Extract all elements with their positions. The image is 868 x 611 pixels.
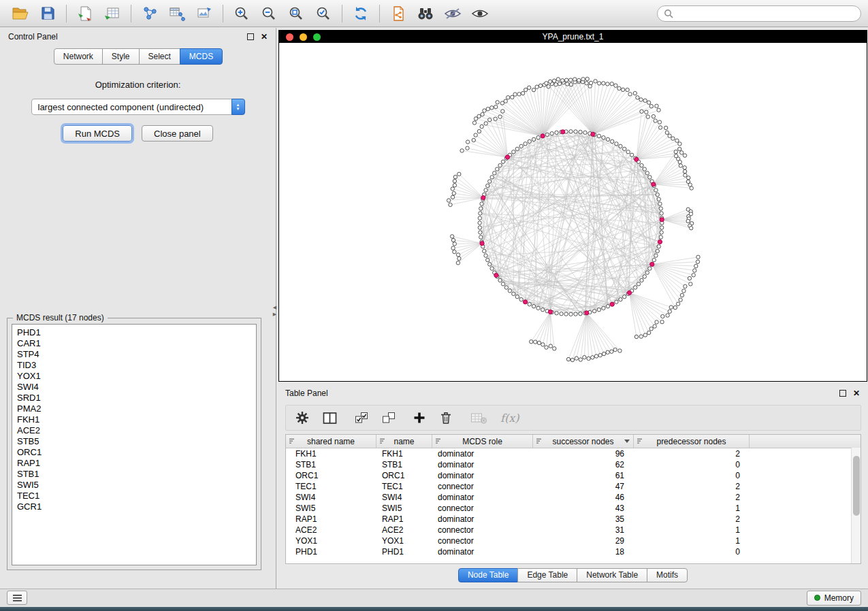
float-panel-icon[interactable] — [247, 33, 254, 40]
table-row[interactable]: SWI5SWI5connector431 — [286, 503, 861, 514]
network-title-bar[interactable]: YPA_prune.txt_1 — [279, 31, 867, 43]
delete-table-button-disabled — [470, 412, 487, 424]
table-scrollbar[interactable] — [851, 448, 861, 563]
minimize-window-button[interactable] — [300, 33, 307, 41]
eye-slash-icon — [444, 7, 462, 20]
plus-icon — [413, 412, 425, 424]
tab-network-table[interactable]: Network Table — [577, 568, 647, 582]
table-cell: 1 — [634, 536, 750, 546]
tab-motifs[interactable]: Motifs — [647, 568, 688, 582]
table-cell: 47 — [533, 482, 634, 491]
search-network-button[interactable] — [412, 3, 439, 24]
new-network-button[interactable] — [136, 3, 163, 24]
create-column-button[interactable] — [413, 412, 425, 424]
delete-column-button[interactable] — [439, 411, 453, 425]
mcds-result-item[interactable]: ORC1 — [12, 447, 256, 458]
table-settings-button[interactable] — [295, 411, 309, 425]
refresh-icon — [353, 5, 369, 22]
zoom-in-button[interactable] — [228, 3, 255, 24]
column-header-mcds-role[interactable]: MCDS role — [432, 435, 533, 448]
column-header-successor-nodes[interactable]: successor nodes — [533, 435, 634, 448]
mcds-result-item[interactable]: PHD1 — [12, 327, 256, 338]
table-row[interactable]: PHD1PHD1dominator180 — [286, 546, 861, 557]
optimization-criterion-select[interactable]: largest connected component (undirected)… — [31, 99, 245, 115]
table-row[interactable]: STB1STB1dominator620 — [286, 459, 861, 470]
network-canvas[interactable] — [279, 43, 867, 381]
sort-icon — [637, 438, 644, 444]
zoom-out-button[interactable] — [255, 3, 283, 24]
mcds-result-item[interactable]: YOX1 — [12, 371, 256, 382]
export-image-button[interactable] — [191, 3, 218, 24]
table-row[interactable]: TEC1TEC1connector472 — [286, 481, 861, 492]
zoom-selected-button[interactable] — [310, 3, 337, 24]
mcds-result-item[interactable]: CAR1 — [12, 338, 256, 349]
table-toolbar: f(x) — [285, 405, 861, 431]
tab-mcds[interactable]: MCDS — [180, 48, 223, 65]
show-columns-button[interactable] — [323, 412, 337, 425]
search-box[interactable] — [657, 5, 861, 22]
table-row[interactable]: FKH1FKH1dominator962 — [286, 448, 861, 459]
mcds-result-item[interactable]: SRD1 — [12, 393, 256, 403]
save-session-button[interactable] — [34, 3, 61, 24]
refresh-button[interactable] — [347, 3, 374, 24]
table-row[interactable]: ACE2ACE2connector311 — [286, 525, 861, 535]
hide-selection-button[interactable] — [439, 3, 466, 24]
function-builder-button[interactable]: f(x) — [500, 412, 519, 425]
search-input[interactable] — [677, 8, 854, 19]
memory-button[interactable]: Memory — [807, 591, 861, 606]
network-from-table-button[interactable] — [163, 3, 191, 24]
run-mcds-button[interactable]: Run MCDS — [63, 125, 132, 142]
mcds-result-item[interactable]: FKH1 — [12, 414, 256, 425]
mcds-result-item[interactable]: TID3 — [12, 360, 256, 371]
column-header-shared-name[interactable]: shared name — [286, 435, 376, 448]
mcds-result-item[interactable]: RAP1 — [12, 458, 256, 469]
mcds-result-item[interactable]: ACE2 — [12, 425, 256, 436]
table-row[interactable]: YOX1YOX1connector291 — [286, 535, 861, 546]
table-cell: 1 — [634, 503, 750, 513]
mcds-result-item[interactable]: PMA2 — [12, 403, 256, 414]
tab-edge-table[interactable]: Edge Table — [517, 568, 577, 582]
table-row[interactable]: RAP1RAP1dominator352 — [286, 514, 861, 525]
float-table-panel-icon[interactable] — [839, 390, 846, 397]
scrollbar-thumb[interactable] — [853, 456, 860, 516]
select-stepper-icon: ▲▼ — [231, 99, 245, 115]
table-cell: 61 — [533, 471, 634, 480]
column-label: shared name — [307, 437, 355, 446]
deselect-all-rows-button[interactable] — [382, 412, 396, 424]
import-table-button[interactable] — [99, 3, 126, 24]
mcds-result-item[interactable]: TEC1 — [12, 491, 256, 501]
open-file-button[interactable] — [7, 3, 34, 24]
table-row[interactable]: SWI4SWI4dominator462 — [286, 492, 861, 503]
network-graph[interactable] — [279, 43, 867, 381]
import-network-button[interactable] — [71, 3, 99, 24]
column-header-predecessor-nodes[interactable]: predecessor nodes — [634, 435, 750, 448]
control-panel: Control Panel ✕ Network Style Select MCD… — [0, 28, 276, 589]
close-panel-icon[interactable]: ✕ — [261, 33, 268, 41]
mcds-result-item[interactable]: GCR1 — [12, 501, 256, 512]
memory-label: Memory — [824, 593, 854, 603]
table-cell: FKH1 — [286, 449, 376, 459]
show-panel-menu-button[interactable] — [7, 591, 27, 605]
tab-network[interactable]: Network — [54, 48, 103, 65]
tab-style[interactable]: Style — [102, 48, 140, 65]
copy-document-button[interactable] — [385, 3, 412, 24]
close-table-panel-icon[interactable]: ✕ — [853, 389, 860, 397]
table-row[interactable]: ORC1ORC1dominator610 — [286, 470, 861, 481]
mcds-result-item[interactable]: SWI4 — [12, 382, 256, 393]
zoom-window-button[interactable] — [313, 33, 321, 41]
tab-select[interactable]: Select — [139, 48, 180, 65]
collapse-left-icon[interactable]: ◀ — [273, 305, 276, 310]
zoom-fit-button[interactable] — [283, 3, 310, 24]
mcds-result-item[interactable]: STB1 — [12, 469, 256, 480]
mcds-result-item[interactable]: SWI5 — [12, 480, 256, 491]
tab-node-table[interactable]: Node Table — [458, 568, 519, 582]
mcds-result-list[interactable]: PHD1CAR1STP4TID3YOX1SWI4SRD1PMA2FKH1ACE2… — [12, 324, 257, 565]
mcds-result-item[interactable]: STP4 — [12, 349, 256, 360]
select-all-rows-button[interactable] — [355, 412, 368, 424]
column-header-name[interactable]: name — [376, 435, 432, 448]
close-window-button[interactable] — [286, 33, 293, 41]
mcds-result-item[interactable]: STB5 — [12, 436, 256, 447]
expand-right-icon[interactable]: ▶ — [273, 312, 276, 316]
close-panel-button[interactable]: Close panel — [142, 125, 213, 142]
show-selection-button[interactable] — [466, 3, 494, 24]
